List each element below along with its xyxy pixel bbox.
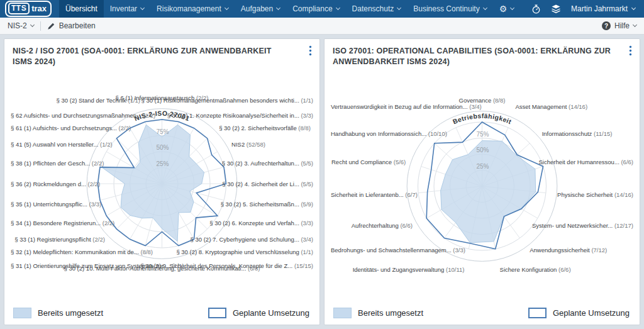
chevron-down-icon [510, 6, 514, 10]
divider [40, 21, 41, 31]
nav-label: Compliance [292, 4, 332, 13]
card-header: NIS-2 / ISO 27001 (SOA-0001: ERKLÄRUNG Z… [9, 44, 314, 70]
legend-label: Geplante Umsetzung [553, 308, 630, 318]
svg-text:§ 38 (1) Pflichten der Gesch..: § 38 (1) Pflichten der Gesch... (2/2) [11, 160, 104, 167]
svg-text:§ 30 (2) 5. Sicherheitsmaßn...: § 30 (2) 5. Sicherheitsmaßn... (5/9) [221, 201, 313, 208]
chevron-down-icon [633, 23, 637, 27]
chevron-down-icon [276, 6, 280, 10]
help-icon [602, 21, 611, 30]
svg-text:§ 30 (2) 1. Konzepte Risikoana: § 30 (2) 1. Konzepte Risikoanalyse/Siche… [167, 112, 313, 119]
nav-item-inventar[interactable]: Inventar [104, 0, 150, 18]
legend-item-planned[interactable]: Geplante Umsetzung [208, 308, 309, 318]
nav-label: Aufgaben [241, 4, 273, 13]
help-menu[interactable]: Hilfe [602, 21, 636, 30]
nav-label: Datenschutz [352, 4, 394, 13]
card-nis2-iso27001: NIS-2 / ISO 27001 (SOA-0001: ERKLÄRUNG Z… [4, 38, 320, 325]
kebab-menu-icon[interactable] [306, 44, 314, 57]
chevron-down-icon [225, 6, 229, 10]
svg-text:75%: 75% [476, 131, 489, 138]
chevron-down-icon [483, 6, 487, 10]
svg-text:Identitäts- und Zugangsverwalt: Identitäts- und Zugangsverwaltung (10/11… [353, 266, 465, 273]
nav-item-aufgaben[interactable]: Aufgaben [235, 0, 286, 18]
pencil-icon [47, 22, 55, 30]
nav-label: Business Continuity [413, 4, 479, 13]
svg-text:Sicherheit in Lieferantenb...: Sicherheit in Lieferantenb... (6/7) [331, 191, 418, 198]
legend-label: Bereits umgesetzt [358, 308, 423, 318]
svg-text:50%: 50% [476, 147, 489, 153]
card-iso27001-capabilities: ISO 27001: OPERATIONAL CAPABILITIES (SOA… [324, 38, 640, 325]
legend-item-implemented[interactable]: Bereits umgesetzt [333, 308, 423, 318]
nav-item-settings[interactable]: ⚙ [493, 0, 521, 18]
card-header: ISO 27001: OPERATIONAL CAPABILITIES (SOA… [330, 44, 635, 70]
legend-item-implemented[interactable]: Bereits umgesetzt [13, 308, 103, 318]
nav-label: Risikomanagement [157, 4, 221, 13]
scope-label: NIS-2 [8, 21, 27, 30]
chevron-down-icon [140, 6, 145, 10]
outline-swatch [208, 308, 226, 318]
chevron-down-icon [631, 6, 636, 10]
chart-legend: Bereits umgesetzt Geplante Umsetzung [9, 305, 314, 321]
nav-label: Übersicht [65, 4, 97, 13]
chart-legend: Bereits umgesetzt Geplante Umsetzung [330, 305, 635, 321]
svg-text:§ 34 (1) Besondere Registrieru: § 34 (1) Besondere Registrierun... (2/2) [11, 220, 114, 226]
outline-swatch [528, 308, 547, 318]
svg-text:Informationsschutz (11/15): Informationsschutz (11/15) [542, 130, 613, 137]
stopwatch-icon[interactable] [531, 4, 541, 14]
nav-item-uebersicht[interactable]: Übersicht [59, 0, 104, 18]
user-menu[interactable]: Martin Jahrmarkt [571, 4, 635, 13]
nav-label: Inventar [110, 4, 137, 13]
svg-text:§ 30 (2) 6. Konzepte und Verfa: § 30 (2) 6. Konzepte und Verfah... (3/3) [209, 220, 313, 226]
svg-text:§ 30 (2) 2. Sicherheitsvorfäll: § 30 (2) 2. Sicherheitsvorfälle (8/8) [219, 125, 311, 131]
svg-text:§ 36 (2) Rückmeldungen d... (2: § 36 (2) Rückmeldungen d... (2/2) [11, 181, 100, 187]
svg-text:50%: 50% [156, 144, 169, 151]
ttstrax-logo: TTS trax [5, 1, 52, 17]
svg-text:Recht und Compliance (5/6): Recht und Compliance (5/6) [331, 159, 406, 165]
svg-text:Governance (8/8): Governance (8/8) [459, 97, 506, 104]
nav-item-datenschutz[interactable]: Datenschutz [346, 0, 408, 18]
scope-dropdown[interactable]: NIS-2 [8, 21, 34, 30]
kebab-menu-icon[interactable] [626, 44, 635, 57]
svg-text:Physische Sicherheit (14/16): Physische Sicherheit (14/16) [557, 191, 633, 198]
legend-label: Bereits umgesetzt [38, 308, 103, 318]
edit-button[interactable]: Bearbeiten [47, 21, 96, 30]
svg-text:§ 35 (1) Unterrichtungspflic..: § 35 (1) Unterrichtungspflic... (3/3) [11, 201, 101, 208]
nav-item-business-continuity[interactable]: Business Continuity [407, 0, 492, 18]
svg-text:Vertrauenswürdigkeit in Bezug: Vertrauenswürdigkeit in Bezug auf die In… [331, 103, 482, 110]
nav-item-risikomanagement[interactable]: Risikomanagement [150, 0, 235, 18]
legend-label: Geplante Umsetzung [233, 308, 309, 318]
svg-text:75%: 75% [156, 128, 169, 135]
svg-text:Anwendungssicherheit (7/12): Anwendungssicherheit (7/12) [530, 247, 607, 254]
svg-text:§ 30 (2) 7. Cyberhygiene und S: § 30 (2) 7. Cyberhygiene und Schulung...… [191, 236, 313, 243]
svg-text:§ 61 (1) Aufsichts- und Durchs: § 61 (1) Aufsichts- und Durchsetzungs...… [11, 125, 131, 131]
radar-chart-capabilities: 25%50%75%BetriebsfähigkeitGovernance (8/… [330, 70, 635, 292]
radar-chart-nis2: 25%50%75%NIS-2-ISO 27001§ 6 (1) Informat… [9, 70, 314, 292]
logo-trax-text: trax [31, 4, 47, 13]
svg-text:Sichere Konfiguration (6/6): Sichere Konfiguration (6/6) [500, 266, 571, 273]
svg-text:§ 62 Aufsichts- und Durchsetzu: § 62 Aufsichts- und Durchsetzungsmaßnahm… [11, 112, 155, 119]
svg-text:§ 33 (1) Registrierungspflicht: § 33 (1) Registrierungspflicht (2/2) [14, 236, 105, 243]
svg-text:Sicherheit der Humanressou...: Sicherheit der Humanressou... (6/6) [539, 159, 634, 165]
main-nav: Übersicht Inventar Risikomanagement Aufg… [59, 0, 520, 18]
gear-icon: ⚙ [499, 4, 508, 13]
svg-text:§ 30 (1) Risikomanagementmaßna: § 30 (1) Risikomanagementmaßnahmen beson… [141, 97, 313, 104]
card-title: ISO 27001: OPERATIONAL CAPABILITIES (SOA… [333, 46, 613, 70]
dashboard: NIS-2 / ISO 27001 (SOA-0001: ERKLÄRUNG Z… [0, 35, 644, 329]
user-name: Martin Jahrmarkt [571, 4, 628, 13]
svg-text:§ 31 (1) Orientierungshilfe zu: § 31 (1) Orientierungshilfe zum Einsatz … [11, 262, 184, 269]
svg-text:§ 32 (1) Meldepflichten: Kommu: § 32 (1) Meldepflichten: Kommunikation m… [11, 248, 153, 255]
svg-text:25%: 25% [156, 160, 169, 167]
app-logo[interactable]: TTS trax [0, 0, 59, 18]
svg-text:Aufrechterhaltung (6/6): Aufrechterhaltung (6/6) [352, 222, 413, 229]
filled-swatch [333, 308, 352, 318]
svg-text:§ 30 (2) 3. Aufrechterhaltun..: § 30 (2) 3. Aufrechterhaltun... (5/5) [222, 160, 313, 167]
svg-text:§ 30 (2) 4. Sicherheit der Li.: § 30 (2) 4. Sicherheit der Li... (5/5) [222, 181, 313, 187]
filled-swatch [13, 308, 31, 318]
edit-label: Bearbeiten [59, 21, 96, 30]
top-navigation-bar: TTS trax Übersicht Inventar Risikomanage… [0, 0, 644, 18]
chevron-down-icon [336, 6, 340, 10]
chevron-down-icon [30, 23, 35, 27]
legend-item-planned[interactable]: Geplante Umsetzung [528, 308, 630, 318]
nav-item-compliance[interactable]: Compliance [286, 0, 345, 18]
card-title: NIS-2 / ISO 27001 (SOA-0001: ERKLÄRUNG Z… [13, 46, 292, 70]
layers-icon[interactable] [551, 4, 561, 13]
